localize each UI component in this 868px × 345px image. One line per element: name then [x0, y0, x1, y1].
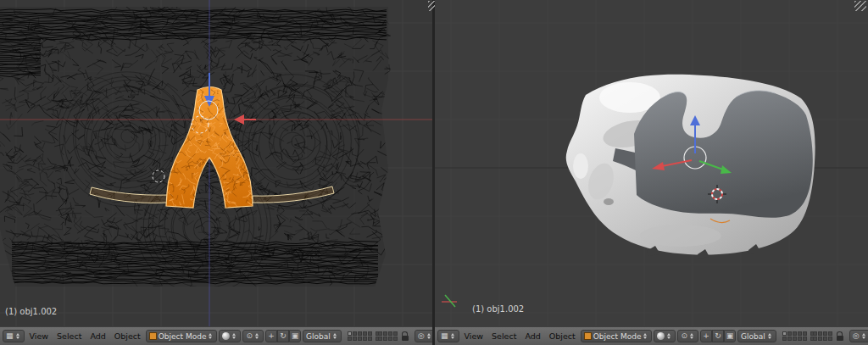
manipulator-rotate-button[interactable]: ↻: [277, 330, 289, 342]
layer-toggle[interactable]: [803, 337, 807, 341]
layer-toggle[interactable]: [818, 337, 822, 341]
editor-type-button[interactable]: ▦: [3, 330, 25, 342]
dropdown-arrows-icon: [689, 332, 695, 340]
layer-toggle[interactable]: [378, 337, 382, 341]
layer-toggle[interactable]: [793, 337, 797, 341]
orientation-dropdown[interactable]: Global: [303, 330, 342, 342]
viewport-canvas-left[interactable]: [0, 0, 432, 326]
layer-toggle[interactable]: [393, 331, 398, 336]
layer-toggle[interactable]: [363, 331, 367, 336]
editor-type-icon: ▦: [441, 332, 448, 340]
editor-type-button[interactable]: ▦: [437, 330, 459, 342]
layer-toggle[interactable]: [828, 337, 832, 341]
layer-toggle[interactable]: [363, 337, 367, 341]
viewport-shading-icon: [222, 332, 230, 340]
layer-toggle[interactable]: [813, 331, 817, 336]
lock-icon[interactable]: [837, 331, 843, 341]
layer-toggle[interactable]: [388, 337, 392, 341]
pivot-center-dropdown[interactable]: ⊙: [242, 330, 264, 342]
menu-add[interactable]: Add: [86, 331, 108, 341]
menu-view[interactable]: View: [26, 331, 53, 341]
proportional-edit-icon: ◎: [853, 332, 860, 340]
manipulator-scale-icon: ▣: [292, 332, 299, 340]
viewport-shading-dropdown[interactable]: [219, 330, 241, 342]
layer-toggle[interactable]: [813, 337, 817, 341]
viewport-3d-right[interactable]: (1) obj1.002 ▦ View Select Add Object Ob…: [435, 0, 868, 345]
layer-toggle[interactable]: [787, 331, 792, 336]
layers-widget: [348, 331, 398, 341]
dropdown-arrows-icon: [231, 332, 237, 340]
layer-toggle[interactable]: [388, 331, 392, 336]
layer-toggle[interactable]: [828, 331, 832, 336]
manipulator-rotate-icon: ↻: [280, 332, 287, 340]
manipulator-scale-button[interactable]: ▣: [724, 330, 736, 342]
layer-toggle[interactable]: [358, 331, 362, 336]
dropdown-arrows-icon: [426, 332, 432, 340]
lock-icon[interactable]: [402, 331, 409, 341]
layer-toggle[interactable]: [383, 337, 387, 341]
dropdown-arrows-icon: [254, 332, 260, 340]
mode-dropdown[interactable]: Object Mode: [146, 330, 218, 342]
menu-object[interactable]: Object: [546, 331, 579, 341]
menu-view[interactable]: View: [461, 331, 487, 341]
layer-toggle[interactable]: [818, 331, 822, 336]
layer-toggle[interactable]: [378, 331, 382, 336]
layer-toggle[interactable]: [348, 331, 352, 336]
layer-toggle[interactable]: [782, 331, 787, 336]
editor-type-icon: ▦: [6, 332, 14, 340]
manipulator-scale-icon: ▣: [726, 332, 734, 340]
manipulator-translate-icon: +: [703, 332, 709, 340]
object-mode-icon: [584, 332, 592, 340]
layer-toggle[interactable]: [353, 337, 357, 341]
manipulator-rotate-icon: ↻: [715, 332, 721, 340]
layer-toggle[interactable]: [368, 337, 372, 341]
dropdown-arrows-icon: [643, 332, 648, 340]
orientation-label: Global: [741, 332, 765, 341]
viewport-header-left: ▦ View Select Add Object Object Mode ⊙ +: [0, 326, 432, 345]
dropdown-arrows-icon: [450, 332, 456, 340]
lock-body: [837, 336, 843, 341]
layer-toggle[interactable]: [353, 331, 357, 336]
layer-toggle[interactable]: [798, 337, 802, 341]
area-splitter-widget[interactable]: [854, 1, 866, 11]
menu-select[interactable]: Select: [53, 331, 85, 341]
layer-toggle[interactable]: [793, 331, 797, 336]
manipulator-translate-button[interactable]: +: [265, 330, 277, 342]
layer-toggle[interactable]: [782, 337, 787, 341]
manipulator-scale-button[interactable]: ▣: [289, 330, 301, 342]
viewport-canvas-right[interactable]: [435, 0, 868, 326]
layers-widget: [782, 331, 832, 341]
viewport-header-right: ▦ View Select Add Object Object Mode ⊙ +: [435, 326, 868, 345]
pivot-center-icon: ⊙: [246, 332, 253, 340]
mode-dropdown[interactable]: Object Mode: [581, 330, 653, 342]
layer-toggle[interactable]: [393, 337, 398, 341]
layer-toggle[interactable]: [798, 331, 802, 336]
orientation-dropdown[interactable]: Global: [737, 330, 776, 342]
object-mode-icon: [149, 332, 157, 340]
lock-body: [402, 336, 409, 341]
layer-toggle[interactable]: [803, 331, 807, 336]
menu-add[interactable]: Add: [521, 331, 543, 341]
menu-select[interactable]: Select: [488, 331, 520, 341]
layer-toggle[interactable]: [358, 337, 362, 341]
dropdown-arrows-icon: [208, 332, 214, 340]
dropdown-arrows-icon: [15, 332, 21, 340]
viewport-shading-dropdown[interactable]: [654, 330, 676, 342]
pivot-center-dropdown[interactable]: ⊙: [677, 330, 698, 342]
layer-toggle[interactable]: [348, 337, 352, 341]
layer-toggle[interactable]: [383, 331, 387, 336]
menu-object[interactable]: Object: [111, 331, 144, 341]
proportional-edit-dropdown[interactable]: ◎: [849, 330, 868, 342]
layer-toggle[interactable]: [787, 337, 792, 341]
layer-toggle[interactable]: [823, 331, 827, 336]
layer-toggle[interactable]: [368, 331, 372, 336]
dropdown-arrows-icon: [666, 332, 672, 340]
pivot-center-icon: ⊙: [681, 332, 687, 340]
manipulator-toggles: + ↻ ▣: [700, 330, 736, 342]
orientation-label: Global: [306, 332, 331, 341]
manipulator-rotate-button[interactable]: ↻: [712, 330, 724, 342]
viewport-3d-left[interactable]: (1) obj1.002 ▦ View Select Add Object Ob…: [0, 0, 432, 345]
manipulator-translate-icon: +: [268, 332, 275, 340]
manipulator-translate-button[interactable]: +: [700, 330, 712, 342]
layer-toggle[interactable]: [823, 337, 827, 341]
